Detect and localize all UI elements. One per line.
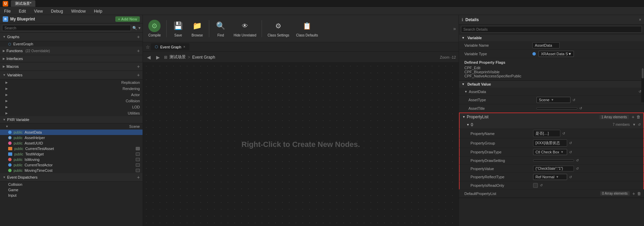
details-search-input[interactable] [461,26,642,33]
current-test-actor-item[interactable]: public CurrentTestActor [0,162,143,168]
menu-help[interactable]: Help [93,8,104,14]
hide-unrelated-button[interactable]: 👁 Hide Unrelated [231,18,259,39]
property-reflect-type-reset[interactable]: ↺ [569,175,572,179]
asset-title-input[interactable] [536,107,577,109]
property-list-add-btn[interactable]: + [632,114,634,120]
is-moving-visibility[interactable] [136,158,140,161]
test-widget-visibility[interactable] [136,152,140,156]
right-scroll-bar[interactable] [641,68,644,102]
event-graph-tab-close[interactable]: × [183,45,185,49]
event-graph-icon: ⬡ [8,42,11,46]
zero-reset-btn[interactable]: ↺ [638,123,641,126]
nav-forward-btn[interactable]: ▶ [155,54,161,61]
property-is-read-only-reset[interactable]: ↺ [540,183,543,187]
functions-section-header[interactable]: ▶ Functions (22 Overridable) + [0,47,143,55]
title-tab-active[interactable]: 测试场景* [11,0,35,7]
property-name-reset[interactable]: ↺ [562,132,565,135]
property-draw-type-reset[interactable]: ↺ [569,150,572,154]
property-draw-setting-reset[interactable]: ↺ [576,159,579,162]
menu-view[interactable]: View [33,8,44,14]
variables-add-icon[interactable]: + [137,72,140,78]
menu-file[interactable]: File [3,8,12,14]
zero-collapse-btn[interactable]: ▼ [632,123,636,126]
toolbar-expand-btn[interactable]: » [453,26,456,31]
class-settings-button[interactable]: ⚙ Class Settings [265,18,292,39]
interfaces-section-header[interactable]: ▶ Interfaces [0,55,143,62]
menu-edit[interactable]: Edit [17,8,27,14]
property-value-reset[interactable]: ↺ [576,167,579,170]
graphs-section-header[interactable]: ▼ Graphs + [0,33,143,41]
property-list-del-btn[interactable]: 🗑 [637,115,641,119]
property-name-input[interactable]: 是否[…] [533,130,560,137]
app-icon: U [3,1,8,6]
star-icon[interactable]: ☆ [146,44,150,50]
default-property-list-add-btn[interactable]: + [632,191,635,196]
view-options-icon[interactable]: ▾ [138,26,141,30]
variable-type-value: XRAsset Data S▼ [532,51,641,57]
variable-type-dropdown[interactable]: XRAsset Data S▼ [539,51,574,57]
lod-header[interactable]: ▶ LOD [0,104,143,110]
save-button[interactable]: 💾 Save [169,18,187,39]
test-widget-access: public [14,152,23,156]
test-widget-item[interactable]: public TestWidget [0,151,143,157]
functions-label: Functions [6,49,23,53]
utilities-header[interactable]: ▶ Utilities [0,110,143,116]
macros-section-header[interactable]: ▶ Macros + [0,62,143,71]
input-dispatcher-item[interactable]: Input [0,193,143,198]
current-test-actor-visibility[interactable] [136,163,140,167]
asset-uuid-dot [8,141,12,145]
collision-header[interactable]: ▶ Collision [0,98,143,104]
current-test-asset-visibility[interactable] [136,147,140,150]
property-reflect-type-dropdown[interactable]: Ref Normal ▼ [533,174,567,180]
scene-header[interactable]: ▼ Scene [0,123,143,130]
asset-type-dropdown[interactable]: Scene ▼ [536,97,571,103]
property-is-read-only-checkbox[interactable] [533,183,538,188]
variable-name-input[interactable]: AssetData [532,42,560,48]
actor-header[interactable]: ▶ Actor [0,92,143,98]
asset-type-reset[interactable]: ↺ [573,98,575,102]
default-property-list-del-btn[interactable]: 🗑 [637,191,641,196]
class-defaults-button[interactable]: 📋 Class Defaults [293,18,320,39]
asset-uuid-item[interactable]: public AssetUUID [0,140,143,146]
macros-add-icon[interactable]: + [137,64,140,69]
rendering-header[interactable]: ▶ Rendering [0,86,143,92]
menu-bar: File Edit View Debug Window Help [0,7,644,15]
find-button[interactable]: 🔍 Find [212,18,230,39]
asset-helper-item[interactable]: public AssetHelper [0,135,143,140]
event-dispatchers-add-icon[interactable]: + [137,175,140,180]
collision-dispatcher-item[interactable]: Collision [0,182,143,187]
nav-back-btn[interactable]: ◀ [146,54,152,61]
menu-window[interactable]: Window [70,8,87,14]
is-moving-item[interactable]: public IsMoving [0,157,143,162]
functions-add-icon[interactable]: + [137,48,140,54]
game-dispatcher-item[interactable]: Game [0,187,143,193]
asset-title-value: ↺ [536,106,641,110]
moving-time-cost-visibility[interactable] [136,169,140,172]
canvas-area[interactable]: Right-Click to Create New Nodes. [143,63,459,226]
property-value-input[interactable]: {"CheckState":"1"} [533,166,574,171]
event-graph-tab[interactable]: ⬡ Event Graph × [151,43,189,50]
asset-data-item[interactable]: public AssetData [0,130,143,135]
property-draw-type-dropdown[interactable]: Ctl Check Box ▼ [533,149,567,155]
compile-button[interactable]: ⚙ Compile [146,18,164,39]
event-graph-item[interactable]: ⬡ EventGraph [0,41,143,47]
event-dispatchers-header[interactable]: ▼ Event Dispatchers + [0,173,143,182]
asset-data-reset[interactable]: ↺ [639,90,641,93]
browse-button[interactable]: 📁 Browse [188,18,206,39]
property-group-input[interactable]: [XXX]场景状态 [533,139,567,147]
graphs-add-icon[interactable]: + [137,34,140,40]
replication-header[interactable]: ▶ Replication [0,79,143,86]
add-new-button[interactable]: + Add New [115,16,140,22]
details-expand-btn[interactable]: × [639,17,641,22]
current-test-asset-dot [8,147,12,150]
moving-time-cost-item[interactable]: public MovingTimeCost [0,168,143,173]
event-dispatchers-chevron: ▼ [3,176,6,179]
pxr-variable-header[interactable]: ▼ PXR Variable [0,116,143,123]
menu-debug[interactable]: Debug [50,8,64,14]
blueprint-search-input[interactable] [2,25,131,31]
variables-section-header[interactable]: ▼ Variables + [0,71,143,79]
property-group-reset[interactable]: ↺ [569,141,572,145]
asset-title-reset[interactable]: ↺ [579,106,582,110]
current-test-asset-item[interactable]: public CurrentTestAsset [0,146,143,151]
property-draw-setting-input[interactable] [533,160,574,162]
